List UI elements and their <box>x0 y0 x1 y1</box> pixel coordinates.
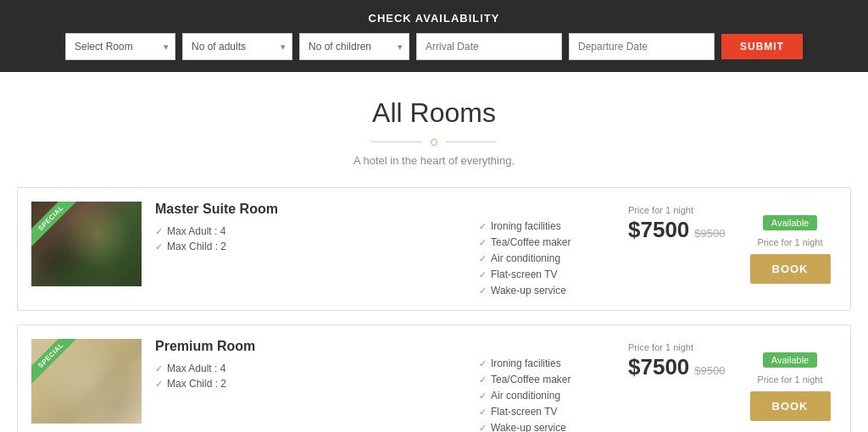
feature-text: Ironing facilities <box>491 220 561 232</box>
check-icon: ✓ <box>479 221 487 232</box>
available-badge: Available <box>763 352 817 368</box>
room-card-master-suite: Master Suite Room ✓ Max Adult : 4 ✓ Max … <box>17 187 851 311</box>
room-card-premium-room: Premium Room ✓ Max Adult : 4 ✓ Max Child… <box>17 324 851 432</box>
price-label: Price for 1 night <box>628 342 693 352</box>
spec-item: ✓ Max Child : 2 <box>155 241 465 252</box>
main-content: All Rooms A hotel in the heart of everyt… <box>0 72 868 432</box>
room-info-premium-room: Premium Room ✓ Max Adult : 4 ✓ Max Child… <box>155 339 465 432</box>
book-button-premium-room[interactable]: BOOK <box>750 391 831 421</box>
divider-circle <box>431 139 437 146</box>
feature-item: ✓ Tea/Coffee maker <box>479 374 615 385</box>
price-current: $7500 <box>628 354 689 380</box>
check-icon: ✓ <box>479 358 487 369</box>
room-pricing-master-suite: Price for 1 night $7500 $9500 <box>628 202 730 296</box>
room-info-master-suite: Master Suite Room ✓ Max Adult : 4 ✓ Max … <box>155 202 465 296</box>
rooms-list: Master Suite Room ✓ Max Adult : 4 ✓ Max … <box>17 187 851 432</box>
children-select[interactable]: No of children <box>299 33 409 60</box>
section-title: All Rooms <box>17 97 851 129</box>
room-action-master-suite: Available Price for 1 night BOOK <box>743 202 837 296</box>
price-old: $9500 <box>694 364 725 377</box>
check-icon: ✓ <box>155 226 163 237</box>
feature-item: ✓ Air conditioning <box>479 252 615 264</box>
feature-item: ✓ Tea/Coffee maker <box>479 236 615 248</box>
feature-text: Tea/Coffee maker <box>491 374 571 385</box>
submit-button[interactable]: SUBMIT <box>721 34 803 59</box>
adults-select[interactable]: No of adults <box>182 33 292 60</box>
departure-date-input[interactable] <box>569 33 715 60</box>
spec-text: Max Adult : 4 <box>167 363 225 374</box>
price-current: $7500 <box>628 217 689 243</box>
feature-text: Tea/Coffee maker <box>491 236 571 248</box>
room-features-master-suite: ✓ Ironing facilities ✓ Tea/Coffee maker … <box>479 202 615 296</box>
feature-item: ✓ Ironing facilities <box>479 220 615 232</box>
check-icon: ✓ <box>479 423 487 433</box>
available-badge: Available <box>763 215 817 230</box>
feature-text: Air conditioning <box>491 390 560 402</box>
room-name-master-suite: Master Suite Room <box>155 202 465 217</box>
spec-item: ✓ Max Child : 2 <box>155 378 465 390</box>
feature-item: ✓ Flat-screen TV <box>479 406 615 418</box>
check-icon: ✓ <box>479 237 487 248</box>
children-select-wrapper: No of children <box>299 33 409 60</box>
feature-item: ✓ Wake-up service <box>479 285 615 296</box>
book-button-master-suite[interactable]: BOOK <box>750 254 831 284</box>
header: CHECK AVAILABILITY Select Room No of adu… <box>0 0 868 72</box>
room-action-premium-room: Available Price for 1 night BOOK <box>743 339 837 432</box>
feature-text: Flat-screen TV <box>491 406 557 418</box>
room-features-premium-room: ✓ Ironing facilities ✓ Tea/Coffee maker … <box>479 339 615 432</box>
price-row: $7500 $9500 <box>628 217 725 243</box>
check-icon: ✓ <box>479 269 487 280</box>
spec-text: Max Adult : 4 <box>167 225 225 237</box>
spec-text: Max Child : 2 <box>167 378 226 390</box>
feature-item: ✓ Wake-up service <box>479 422 615 432</box>
feature-text: Ironing facilities <box>491 357 561 369</box>
check-icon: ✓ <box>155 379 163 390</box>
spec-item: ✓ Max Adult : 4 <box>155 363 465 374</box>
check-icon: ✓ <box>479 390 487 402</box>
room-specs-premium-room: ✓ Max Adult : 4 ✓ Max Child : 2 <box>155 363 465 390</box>
section-subtitle: A hotel in the heart of everything. <box>17 154 851 167</box>
room-pricing-premium-room: Price for 1 night $7500 $9500 <box>628 339 730 432</box>
check-icon: ✓ <box>155 363 163 374</box>
check-icon: ✓ <box>479 285 487 296</box>
price-label: Price for 1 night <box>628 205 693 215</box>
room-specs-master-suite: ✓ Max Adult : 4 ✓ Max Child : 2 <box>155 225 465 252</box>
special-badge-premium-room <box>31 339 79 386</box>
feature-text: Wake-up service <box>491 422 566 432</box>
check-icon: ✓ <box>479 253 487 264</box>
section-divider <box>17 134 851 149</box>
feature-item: ✓ Air conditioning <box>479 390 615 402</box>
room-image-master-suite <box>31 202 142 286</box>
room-select-wrapper: Select Room <box>65 33 175 60</box>
check-icon: ✓ <box>155 241 163 252</box>
price-row: $7500 $9500 <box>628 354 725 380</box>
room-select[interactable]: Select Room <box>65 33 175 60</box>
adults-select-wrapper: No of adults <box>182 33 292 60</box>
check-icon: ✓ <box>479 374 487 385</box>
feature-text: Flat-screen TV <box>491 269 557 280</box>
special-badge-master-suite <box>31 202 79 249</box>
room-name-premium-room: Premium Room <box>155 339 465 354</box>
room-image-premium-room <box>31 339 142 424</box>
arrival-date-input[interactable] <box>416 33 562 60</box>
header-title: CHECK AVAILABILITY <box>369 12 500 25</box>
price-old: $9500 <box>694 227 725 240</box>
action-price-label: Price for 1 night <box>757 374 822 385</box>
feature-text: Air conditioning <box>491 252 560 264</box>
feature-item: ✓ Flat-screen TV <box>479 269 615 280</box>
spec-item: ✓ Max Adult : 4 <box>155 225 465 237</box>
check-icon: ✓ <box>479 407 487 418</box>
feature-item: ✓ Ironing facilities <box>479 357 615 369</box>
feature-text: Wake-up service <box>491 285 566 296</box>
spec-text: Max Child : 2 <box>167 241 226 252</box>
action-price-label: Price for 1 night <box>757 237 822 247</box>
availability-form: Select Room No of adults No of children … <box>65 33 803 60</box>
